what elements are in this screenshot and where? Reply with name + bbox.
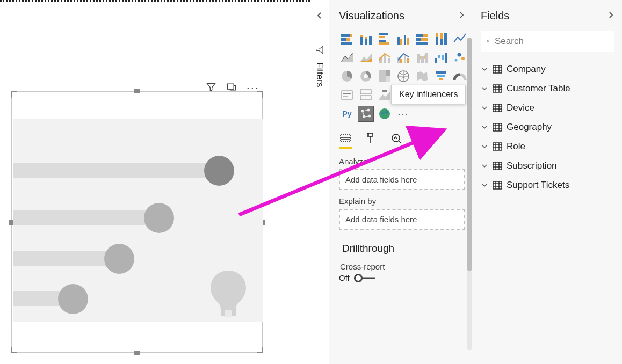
svg-rect-26 xyxy=(436,33,438,37)
multi-row-card-icon[interactable] xyxy=(358,87,374,103)
resize-handle-tl[interactable] xyxy=(11,91,17,98)
field-table-label: Subscription xyxy=(507,161,557,171)
header-dotted-border xyxy=(0,0,310,2)
table-icon xyxy=(493,181,502,190)
svg-rect-9 xyxy=(365,39,367,45)
chevron-down-icon xyxy=(481,143,488,150)
hundred-percent-bar-icon[interactable] xyxy=(414,31,430,47)
donut-chart-icon[interactable] xyxy=(358,68,374,84)
card-icon[interactable] xyxy=(339,87,355,103)
resize-handle-bc[interactable] xyxy=(134,351,140,355)
line-clustered-column-icon[interactable] xyxy=(395,49,411,65)
field-table-label: Device xyxy=(507,103,534,113)
svg-rect-1 xyxy=(225,310,232,317)
placeholder-bar xyxy=(13,251,118,266)
svg-rect-0 xyxy=(227,84,234,89)
line-stacked-column-icon[interactable] xyxy=(377,49,393,65)
collapse-visualizations-icon[interactable] xyxy=(458,11,465,21)
svg-rect-23 xyxy=(421,38,428,41)
explain-by-field-well[interactable]: Add data fields here xyxy=(339,209,465,230)
get-more-visuals-icon[interactable]: ··· xyxy=(395,106,411,122)
fields-pane-title: Fields xyxy=(481,10,509,22)
arcgis-map-icon[interactable] xyxy=(377,106,393,122)
fields-search-input[interactable] xyxy=(495,36,609,47)
svg-rect-4 xyxy=(341,38,346,41)
gauge-chart-icon[interactable] xyxy=(452,68,468,84)
field-table-role[interactable]: Role xyxy=(481,137,614,156)
fields-search-box[interactable] xyxy=(481,31,614,52)
stacked-bar-chart-icon[interactable] xyxy=(339,31,355,47)
chevron-down-icon xyxy=(481,182,488,188)
collapse-fields-icon[interactable] xyxy=(607,11,614,21)
area-chart-icon[interactable] xyxy=(339,49,355,65)
chevron-down-icon xyxy=(481,105,488,111)
field-table-support-tickets[interactable]: Support Tickets xyxy=(481,176,614,195)
svg-rect-124 xyxy=(493,181,502,189)
clustered-column-chart-icon[interactable] xyxy=(395,31,411,47)
cross-report-toggle[interactable] xyxy=(354,274,375,282)
resize-handle-tr[interactable] xyxy=(257,91,263,98)
visualizations-scrollbar[interactable] xyxy=(467,38,472,350)
analytics-tab[interactable] xyxy=(388,132,401,149)
clustered-bar-chart-icon[interactable] xyxy=(377,31,393,47)
filled-map-icon[interactable] xyxy=(414,68,430,84)
svg-rect-119 xyxy=(493,162,502,170)
svg-rect-61 xyxy=(360,96,371,100)
svg-rect-7 xyxy=(360,37,363,45)
field-table-label: Support Tickets xyxy=(507,180,569,191)
svg-rect-12 xyxy=(379,33,388,35)
filters-pane-collapsed: Filters xyxy=(310,0,329,364)
field-table-subscription[interactable]: Subscription xyxy=(481,156,614,176)
svg-rect-3 xyxy=(350,34,352,37)
visualizations-pane: Visualizations R xyxy=(329,0,473,364)
map-icon[interactable] xyxy=(395,68,411,84)
svg-rect-21 xyxy=(423,34,428,37)
treemap-icon[interactable] xyxy=(377,68,393,84)
expand-filters-icon[interactable] xyxy=(316,12,323,21)
svg-rect-55 xyxy=(437,75,445,77)
field-table-device[interactable]: Device xyxy=(481,98,614,118)
format-tab[interactable] xyxy=(364,132,377,149)
stacked-column-chart-icon[interactable] xyxy=(358,31,374,47)
svg-rect-57 xyxy=(342,91,352,99)
line-chart-icon[interactable] xyxy=(452,31,468,47)
resize-handle-br[interactable] xyxy=(257,347,263,353)
resize-handle-tc[interactable] xyxy=(134,89,140,93)
filter-icon[interactable] xyxy=(315,45,324,57)
hundred-percent-column-icon[interactable] xyxy=(433,31,449,47)
svg-rect-34 xyxy=(400,59,402,63)
visual-selection-frame[interactable] xyxy=(11,91,263,353)
more-options-icon[interactable]: ··· xyxy=(247,84,259,92)
resize-handle-bl[interactable] xyxy=(11,347,17,353)
table-icon xyxy=(493,104,502,112)
analyze-field-well[interactable]: Add data fields here xyxy=(339,169,465,190)
pie-chart-icon[interactable] xyxy=(339,68,355,84)
analyze-field-label: Analyze xyxy=(339,157,465,166)
python-visual-icon[interactable]: Py xyxy=(339,106,355,122)
field-table-company[interactable]: Company xyxy=(481,60,614,79)
visual-container[interactable]: ··· xyxy=(11,70,263,352)
funnel-chart-icon[interactable] xyxy=(433,68,449,84)
waterfall-chart-icon[interactable] xyxy=(433,49,449,65)
field-table-customer-table[interactable]: Customer Table xyxy=(481,79,614,98)
scatter-chart-icon[interactable] xyxy=(452,49,468,65)
svg-rect-8 xyxy=(360,35,363,37)
svg-line-93 xyxy=(488,42,489,42)
kpi-icon[interactable] xyxy=(377,87,393,103)
filters-pane-label[interactable]: Filters xyxy=(314,62,325,87)
key-influencers-icon[interactable] xyxy=(358,106,374,122)
svg-rect-37 xyxy=(417,54,420,63)
chevron-down-icon xyxy=(481,124,488,130)
fields-tab[interactable] xyxy=(339,132,352,149)
svg-rect-43 xyxy=(445,53,447,63)
placeholder-dot xyxy=(58,284,88,314)
field-table-geography[interactable]: Geography xyxy=(481,118,614,137)
svg-point-46 xyxy=(461,57,465,60)
table-icon xyxy=(493,162,502,170)
stacked-area-chart-icon[interactable] xyxy=(358,49,374,65)
svg-rect-41 xyxy=(438,55,440,58)
table-icon xyxy=(493,142,502,151)
ribbon-chart-icon[interactable] xyxy=(414,49,430,65)
table-icon xyxy=(493,123,502,132)
placeholder-dot xyxy=(104,244,134,274)
